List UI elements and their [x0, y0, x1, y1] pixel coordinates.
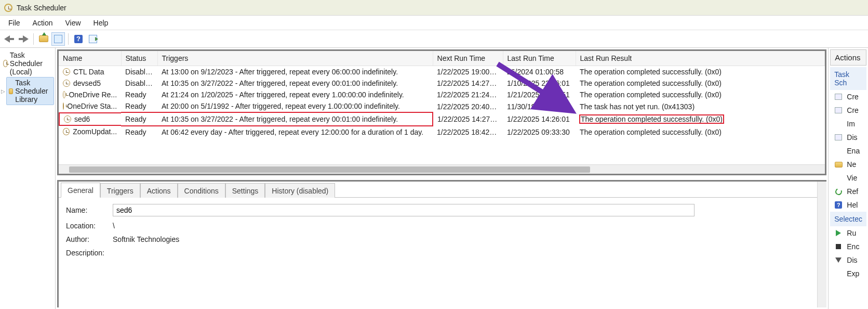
clock-icon — [63, 80, 70, 87]
action-refresh[interactable]: Ref — [830, 185, 866, 198]
clock-icon — [63, 91, 65, 98]
horizontal-scrollbar[interactable] — [59, 164, 825, 174]
tab-general[interactable]: General — [61, 183, 100, 198]
details-pane: General Triggers Actions Conditions Sett… — [57, 180, 826, 307]
vertical-scrollbar[interactable] — [817, 182, 826, 307]
action-create[interactable]: Cre — [830, 104, 866, 117]
export-button[interactable] — [86, 32, 100, 46]
action-export[interactable]: Exp — [830, 267, 866, 280]
action-import[interactable]: Im — [830, 117, 866, 131]
action-enable-history[interactable]: Ena — [830, 144, 866, 158]
table-row[interactable]: OneDrive Re...ReadyAt 21:24 on 1/20/2025… — [59, 89, 825, 100]
main-pane: Name Status Triggers Next Run Time Last … — [56, 48, 829, 309]
menubar: File Action View Help — [0, 16, 868, 30]
tab-settings[interactable]: Settings — [225, 183, 265, 198]
stop-icon — [836, 244, 841, 249]
properties-button[interactable] — [51, 32, 65, 46]
tree-library[interactable]: Task Scheduler Library — [6, 77, 54, 105]
tree-root[interactable]: Task Scheduler (Local) — [1, 50, 54, 77]
action-new-folder[interactable]: Ne — [830, 158, 866, 171]
action-create-basic[interactable]: Cre — [830, 90, 866, 104]
folder-icon — [9, 88, 13, 94]
table-row[interactable]: devsed5DisabledAt 10:35 on 3/27/2022 - A… — [59, 78, 825, 89]
export-icon — [834, 269, 843, 278]
action-end[interactable]: Enc — [830, 240, 866, 253]
highlight-result: The operation completed successfully. (0… — [580, 115, 724, 123]
location-value: \ — [113, 222, 115, 230]
task-grid[interactable]: Name Status Triggers Next Run Time Last … — [59, 51, 825, 164]
tab-history[interactable]: History (disabled) — [265, 183, 335, 198]
back-button[interactable] — [2, 32, 16, 46]
clock-icon — [63, 68, 70, 75]
properties-icon — [54, 35, 62, 43]
col-next[interactable]: Next Run Time — [433, 51, 503, 66]
tree-pane: Task Scheduler (Local) ▷ Task Scheduler … — [0, 48, 56, 309]
col-name[interactable]: Name — [59, 51, 121, 66]
col-triggers[interactable]: Triggers — [157, 51, 433, 66]
separator — [33, 33, 34, 45]
help-icon: ? — [835, 201, 842, 209]
actions-section-library: Task Sch — [830, 67, 866, 90]
task-icon — [835, 107, 842, 113]
task-name: devsed5 — [73, 79, 101, 87]
col-status[interactable]: Status — [121, 51, 157, 66]
task-name: ZoomUpdat... — [73, 127, 117, 136]
author-value: Softnik Technologies — [113, 235, 179, 243]
chevron-down-icon[interactable]: ▷ — [1, 88, 6, 94]
play-icon — [836, 230, 841, 236]
toolbar: ? — [0, 30, 868, 48]
arrow-right-icon — [23, 35, 29, 43]
actions-pane: Actions Task Sch Cre Cre Im Dis Ena Ne V… — [829, 48, 868, 309]
list-icon — [835, 134, 842, 140]
forward-button[interactable] — [17, 32, 30, 46]
name-label: Name: — [66, 206, 113, 214]
export-icon — [89, 35, 97, 43]
action-disable[interactable]: Dis — [830, 253, 866, 267]
arrow-left-icon — [4, 35, 10, 43]
grid-header[interactable]: Name Status Triggers Next Run Time Last … — [59, 51, 825, 66]
actions-section-selected: Selectec — [830, 212, 866, 226]
task-name: OneDrive Re... — [69, 91, 117, 99]
clock-icon — [64, 115, 71, 123]
name-field[interactable] — [113, 204, 695, 216]
task-list-frame: Name Status Triggers Next Run Time Last … — [57, 49, 826, 175]
tree-root-label: Task Scheduler (Local) — [10, 51, 52, 76]
view-icon — [834, 174, 843, 182]
tree-library-label: Task Scheduler Library — [15, 79, 51, 104]
window-title: Task Scheduler — [17, 4, 66, 12]
import-icon — [834, 120, 843, 128]
table-row[interactable]: CTL DataDisabledAt 13:00 on 9/12/2023 - … — [59, 66, 825, 78]
table-row[interactable]: OneDrive Sta...ReadyAt 20:00 on 5/1/1992… — [59, 100, 825, 112]
action-view[interactable]: Vie — [830, 171, 866, 185]
refresh-icon — [834, 187, 843, 196]
tab-actions[interactable]: Actions — [140, 183, 178, 198]
description-label: Description: — [66, 249, 113, 257]
menu-action[interactable]: Action — [26, 17, 59, 29]
action-display-running[interactable]: Dis — [830, 131, 866, 144]
menu-help[interactable]: Help — [87, 17, 115, 29]
task-name: CTL Data — [73, 68, 104, 76]
enable-icon — [834, 147, 843, 155]
tab-conditions[interactable]: Conditions — [178, 183, 225, 198]
arrow-down-icon — [835, 258, 842, 263]
clock-icon — [4, 4, 12, 12]
scrollbar-thumb[interactable] — [69, 166, 590, 173]
clock-icon — [3, 60, 8, 67]
action-run[interactable]: Ru — [830, 226, 866, 240]
menu-file[interactable]: File — [2, 17, 26, 29]
col-last[interactable]: Last Run Time — [503, 51, 576, 66]
help-button[interactable]: ? — [72, 32, 85, 46]
tab-triggers[interactable]: Triggers — [100, 183, 140, 198]
table-row[interactable]: sed6ReadyAt 10:35 on 3/27/2022 - After t… — [59, 112, 825, 126]
col-result[interactable]: Last Run Result — [576, 51, 825, 66]
titlebar: Task Scheduler — [0, 0, 868, 16]
workspace: Task Scheduler (Local) ▷ Task Scheduler … — [0, 48, 868, 309]
task-name: OneDrive Sta... — [67, 102, 117, 110]
folder-up-icon — [39, 35, 48, 42]
table-row[interactable]: ZoomUpdat...ReadyAt 06:42 every day - Af… — [59, 126, 825, 138]
action-help[interactable]: ?Hel — [830, 198, 866, 212]
author-label: Author: — [66, 235, 113, 243]
menu-view[interactable]: View — [59, 17, 87, 29]
separator — [68, 33, 69, 45]
up-folder-button[interactable] — [37, 32, 50, 46]
